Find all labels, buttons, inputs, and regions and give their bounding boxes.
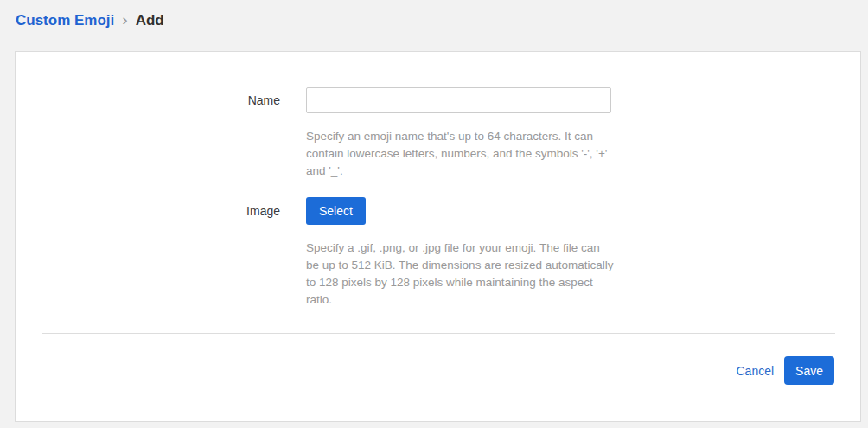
- name-label: Name: [16, 93, 306, 107]
- add-emoji-panel: Name Specify an emoji name that's up to …: [15, 51, 861, 422]
- image-row: Image Select: [16, 197, 860, 225]
- image-help-text: Specify a .gif, .png, or .jpg file for y…: [306, 240, 614, 309]
- chevron-right-icon: ›: [122, 11, 127, 30]
- save-button[interactable]: Save: [784, 356, 834, 385]
- name-row: Name: [16, 87, 860, 113]
- breadcrumb-link-custom-emoji[interactable]: Custom Emoji: [16, 12, 114, 29]
- name-input[interactable]: [306, 87, 611, 113]
- image-label: Image: [16, 204, 306, 218]
- form-footer: Cancel Save: [16, 334, 860, 385]
- cancel-button[interactable]: Cancel: [736, 364, 774, 378]
- name-help-text: Specify an emoji name that's up to 64 ch…: [306, 128, 614, 180]
- page-title: Add: [136, 12, 164, 29]
- breadcrumb: Custom Emoji › Add: [0, 0, 868, 30]
- select-image-button[interactable]: Select: [306, 197, 366, 225]
